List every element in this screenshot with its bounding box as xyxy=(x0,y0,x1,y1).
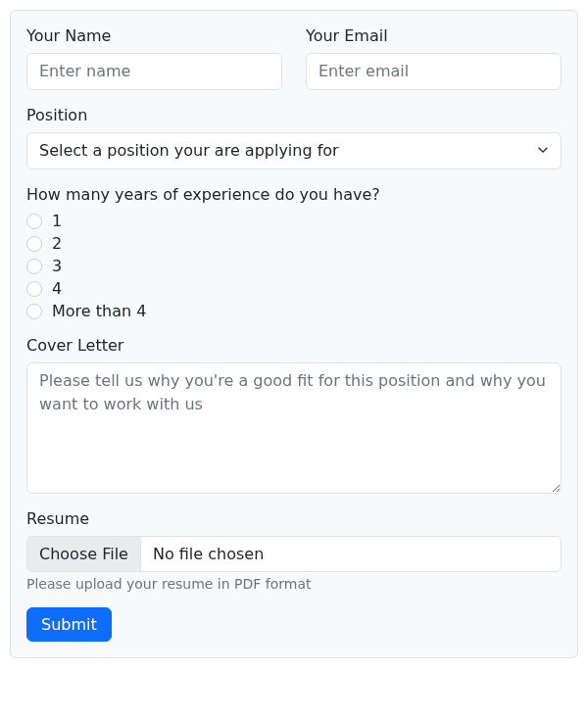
experience-option-label[interactable]: 3 xyxy=(52,257,62,275)
email-label: Your Email xyxy=(306,26,562,45)
experience-group: How many years of experience do you have… xyxy=(26,185,562,320)
name-label: Your Name xyxy=(26,26,282,45)
email-input[interactable] xyxy=(306,53,562,90)
file-status-text: No file chosen xyxy=(141,537,275,571)
experience-radio-3[interactable] xyxy=(26,259,42,274)
experience-option-label[interactable]: 1 xyxy=(52,212,62,230)
resume-help-text: Please upload your resume in PDF format xyxy=(26,576,562,592)
resume-label: Resume xyxy=(26,509,562,528)
position-label: Position xyxy=(26,106,562,124)
resume-file-input[interactable]: Choose File No file chosen xyxy=(26,536,562,572)
choose-file-button[interactable]: Choose File xyxy=(27,537,141,571)
cover-letter-label: Cover Letter xyxy=(26,336,562,355)
experience-radio-4[interactable] xyxy=(26,281,42,297)
experience-option-label[interactable]: 2 xyxy=(52,234,62,253)
name-input[interactable] xyxy=(26,53,282,90)
experience-radio-2[interactable] xyxy=(26,236,42,252)
cover-letter-textarea[interactable] xyxy=(26,362,562,494)
job-application-form: Your Name Your Email Position Select a p… xyxy=(10,10,578,658)
experience-label: How many years of experience do you have… xyxy=(26,185,562,204)
submit-button[interactable]: Submit xyxy=(26,607,112,642)
experience-option-label[interactable]: 4 xyxy=(52,279,62,298)
position-select[interactable]: Select a position your are applying for xyxy=(26,132,562,169)
experience-radio-more[interactable] xyxy=(26,304,42,319)
experience-radio-1[interactable] xyxy=(26,214,42,229)
experience-option-label[interactable]: More than 4 xyxy=(52,302,146,320)
